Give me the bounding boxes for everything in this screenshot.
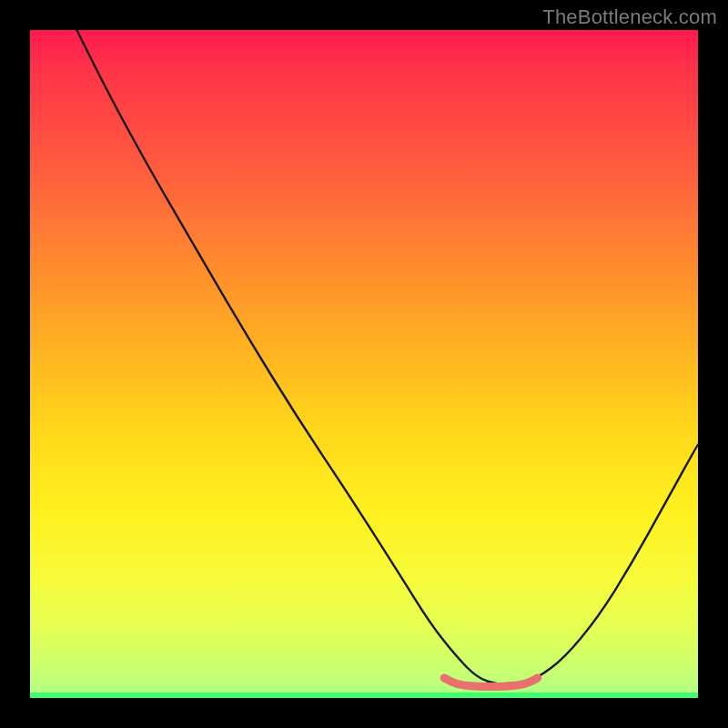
plot-area <box>30 30 698 698</box>
curve-layer <box>30 30 698 698</box>
bottleneck-curve <box>76 30 698 684</box>
watermark-text: TheBottleneck.com <box>542 5 717 29</box>
chart-frame: TheBottleneck.com <box>0 0 728 728</box>
